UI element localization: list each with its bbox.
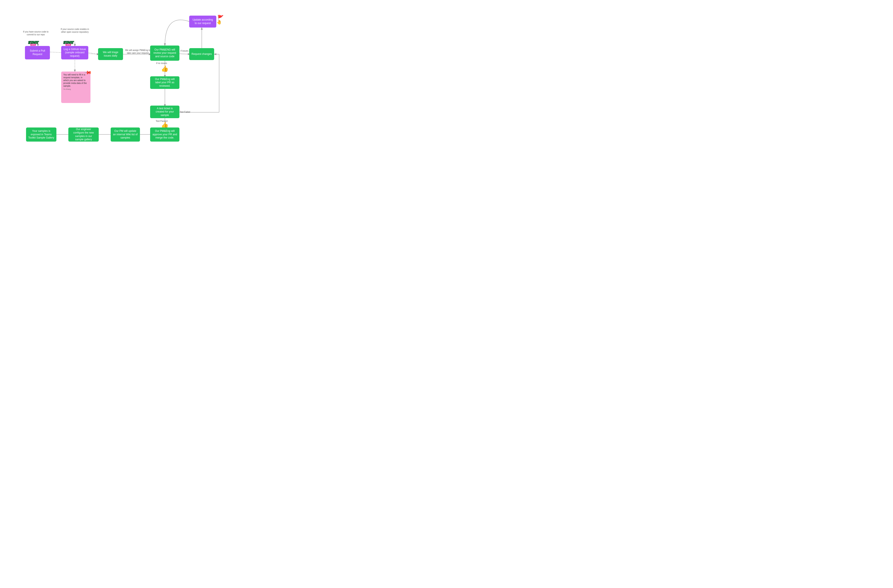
triage-node: We will triage issues daily (98, 48, 123, 60)
label-pr-node: Our PM&Eng will label your PR as reviewe… (150, 76, 179, 89)
flowchart: If you have source code to commit to our… (0, 0, 223, 147)
hand-icon-top: 🤚 (216, 20, 222, 25)
svg-line-7 (179, 54, 191, 54)
update-request-node: Update according to our request (189, 16, 216, 27)
start-here-1: HERE (30, 44, 36, 46)
submit-pr-node: Submit a Pull Request (25, 46, 50, 59)
label-source-code: If you have source code to commit to our… (22, 30, 50, 36)
thumbs-up-icon-1: 👍 (161, 65, 168, 72)
log-github-node: Log a GitHub Issue (sample onboard reque… (61, 46, 88, 59)
label-no-issues: if no issues (152, 62, 171, 64)
update-wiki-node: Our PM will update an internal Wiki list… (111, 128, 140, 142)
sticky-note: You will need to fill in a request templ… (61, 72, 90, 103)
svg-line-5 (88, 52, 99, 55)
configure-samples-node: Our engineer configure the new samples i… (68, 128, 99, 142)
pm-review-node: Our PM&ENG will review your request and … (150, 45, 179, 61)
label-other-repo: If your source code resides in other ope… (59, 28, 91, 33)
start-here-2: HERE (66, 44, 71, 46)
approve-merge-node: Our PM&Eng will approve your PR and merg… (150, 128, 179, 142)
exposed-gallery-node: Your samples is exposed in Teams Toolkit… (26, 128, 56, 142)
request-changes-node: Request changes (189, 48, 214, 60)
label-test-failed: Test Failed (180, 111, 195, 113)
test-ticket-node: A test ticket is created for your sample (150, 106, 179, 118)
label-assign-pm: We will assign PM&Eng to take care your … (124, 49, 152, 54)
